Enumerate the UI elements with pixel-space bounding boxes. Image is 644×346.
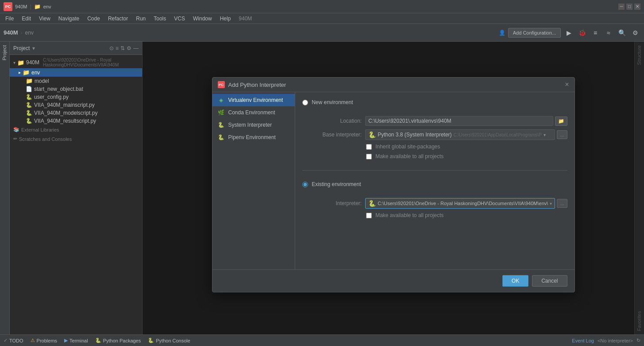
project-panel: Project ▾ ⊙ ≡ ⇅ ⚙ — ▾ 📁 940M C:\Users\92… (10, 42, 143, 334)
menu-help[interactable]: Help (216, 15, 235, 23)
system-icon: 🐍 (218, 121, 225, 128)
new-environment-radio[interactable] (302, 100, 308, 105)
maximize-button[interactable]: □ (626, 4, 632, 10)
menu-vcs[interactable]: VCS (170, 15, 189, 23)
menu-tools[interactable]: Tools (150, 15, 170, 23)
tree-item-bat[interactable]: 📄 start_new_object.bat (10, 85, 142, 93)
menu-window[interactable]: Window (189, 15, 216, 23)
base-interpreter-browse-button[interactable]: ... (557, 130, 567, 139)
location-browse-button[interactable]: 📁 (555, 117, 567, 126)
location-label: Location: (313, 118, 362, 124)
settings-button[interactable]: ⚙ (630, 27, 640, 38)
cancel-button[interactable]: Cancel (532, 275, 567, 287)
python-console-tab[interactable]: 🐍 Python Console (148, 338, 190, 343)
tree-item-model[interactable]: 📁 model (10, 77, 142, 85)
model-folder-icon: 📁 (26, 78, 33, 84)
make-available-1-checkbox[interactable] (366, 154, 372, 159)
event-log-link[interactable]: Event Log (572, 338, 594, 343)
location-input[interactable] (365, 116, 553, 126)
run-button[interactable]: ▶ (563, 27, 574, 38)
tree-item-modelscript[interactable]: 🐍 VIIA_940M_modelscript.py (10, 109, 142, 117)
tree-item-env[interactable]: ▸ 📁 env (10, 68, 142, 77)
sidebar-virtualenv[interactable]: ◈ Virtualenv Environment (212, 94, 295, 106)
python-packages-tab[interactable]: 🐍 Python Packages (95, 338, 141, 343)
external-libraries-label: External Libraries (21, 127, 59, 132)
search-button[interactable]: 🔍 (617, 27, 627, 38)
menu-edit[interactable]: Edit (18, 15, 35, 23)
existing-environment-radio[interactable] (302, 182, 308, 187)
bottom-bar: ✓ TODO ⚠ Problems ▶ Terminal 🐍 Python Pa… (0, 334, 644, 346)
close-button[interactable]: ✕ (634, 4, 640, 10)
user-config-filename: user_config.py (34, 94, 69, 100)
coverage-button[interactable]: ≡ (590, 27, 601, 38)
dialog-title: Add Python Interpreter (228, 82, 562, 88)
scope-button[interactable]: ⊙ (109, 45, 114, 51)
project-tab[interactable]: Project (0, 42, 9, 64)
menu-bar: File Edit View Navigate Code Refactor Ru… (0, 13, 644, 24)
base-interpreter-dropdown[interactable]: 🐍 Python 3.8 (System Interpreter) C:\Use… (365, 129, 555, 140)
menu-navigate[interactable]: Navigate (55, 15, 83, 23)
base-interpreter-path: C:\Users\920201\AppData\Local\Programs\P (454, 132, 542, 137)
todo-tab[interactable]: ✓ TODO (4, 338, 23, 343)
virtualenv-label: Virtualenv Environment (228, 97, 283, 103)
conda-label: Conda Environment (228, 109, 275, 116)
folder-icon: 📁 (34, 4, 41, 10)
expand-button[interactable]: ⇅ (120, 45, 125, 51)
inherit-checkbox[interactable] (366, 144, 372, 150)
scratches-consoles-item[interactable]: ✏ Scratches and Consoles (10, 134, 142, 144)
python-packages-label: Python Packages (103, 338, 141, 343)
interpreter-status[interactable]: <No interpreter> (598, 338, 633, 343)
ok-button[interactable]: OK (502, 275, 528, 287)
todo-label: TODO (9, 338, 23, 343)
make-available-1-row: Make available to all projects (366, 153, 567, 159)
terminal-tab[interactable]: ▶ Terminal (64, 338, 88, 343)
python-packages-icon: 🐍 (95, 338, 101, 343)
problems-label: Problems (37, 338, 57, 343)
add-configuration-button[interactable]: Add Configuration... (508, 28, 561, 38)
dialog-body: ◈ Virtualenv Environment 🌿 Conda Environ… (212, 92, 575, 269)
chevron-right-icon: ▸ (19, 70, 21, 75)
profile-button[interactable]: ≈ (603, 27, 614, 38)
panel-header-icons: ⊙ ≡ ⇅ ⚙ — (109, 45, 139, 51)
interpreter-browse-button[interactable]: ... (557, 199, 567, 208)
tree-item-resultscript[interactable]: 🐍 VIIA_940M_resultscript.py (10, 117, 142, 125)
base-interpreter-row: Base interpreter: 🐍 Python 3.8 (System I… (313, 129, 567, 140)
python-console-label: Python Console (156, 338, 190, 343)
interpreter-group: 🐍 C:\Users\920201\OneDrive - Royal Hasko… (365, 198, 567, 209)
menu-file[interactable]: File (2, 15, 17, 23)
sidebar-system[interactable]: 🐍 System Interpreter (212, 119, 295, 131)
make-available-2-label: Make available to all projects (375, 212, 443, 218)
debug-button[interactable]: 🐞 (577, 27, 587, 38)
sidebar-conda[interactable]: 🌿 Conda Environment (212, 106, 295, 119)
terminal-icon: ▶ (64, 338, 68, 343)
title-bar-controls: ─ □ ✕ (618, 4, 640, 10)
dialog-close-button[interactable]: × (565, 81, 569, 88)
minimize-button[interactable]: ─ (618, 4, 625, 10)
py-icon-1: 🐍 (26, 94, 32, 100)
root-name: 940M (26, 59, 39, 66)
make-available-2-checkbox[interactable] (366, 213, 372, 218)
content-area: Structure Favorites PC Add Python Interp… (143, 42, 644, 334)
toolbar: 940M › env 👤 Add Configuration... ▶ 🐞 ≡ … (0, 24, 644, 42)
gear-icon[interactable]: ⚙ (127, 45, 131, 51)
external-libraries-item[interactable]: 📚 External Libraries (10, 125, 142, 134)
inherit-checkbox-row: Inherit global site-packages (366, 144, 567, 150)
tree-root[interactable]: ▾ 📁 940M C:\Users\920201\OneDrive - Roya… (10, 57, 142, 68)
menu-code[interactable]: Code (84, 15, 104, 23)
env-name: env (31, 70, 40, 76)
tree-item-mainscript[interactable]: 🐍 VIIA_940M_mainscript.py (10, 101, 142, 109)
inherit-label: Inherit global site-packages (375, 144, 440, 150)
menu-refactor[interactable]: Refactor (104, 15, 131, 23)
existing-environment-form: Interpreter: 🐍 C:\Users\920201\OneDrive … (313, 198, 567, 218)
dialog-sidebar: ◈ Virtualenv Environment 🌿 Conda Environ… (212, 92, 296, 269)
collapse-all-button[interactable]: ≡ (116, 45, 119, 51)
problems-tab[interactable]: ⚠ Problems (31, 338, 57, 343)
hide-button[interactable]: — (133, 45, 139, 51)
sidebar-pipenv[interactable]: 🐍 Pipenv Environment (212, 131, 295, 144)
interpreter-path: C:\Users\920201\OneDrive - Royal Haskoni… (378, 201, 548, 206)
tree-item-user-config[interactable]: 🐍 user_config.py (10, 93, 142, 101)
menu-view[interactable]: View (35, 15, 54, 23)
menu-run[interactable]: Run (132, 15, 149, 23)
toolbar-env-name: env (25, 30, 34, 36)
interpreter-dropdown[interactable]: 🐍 C:\Users\920201\OneDrive - Royal Hasko… (365, 198, 555, 209)
